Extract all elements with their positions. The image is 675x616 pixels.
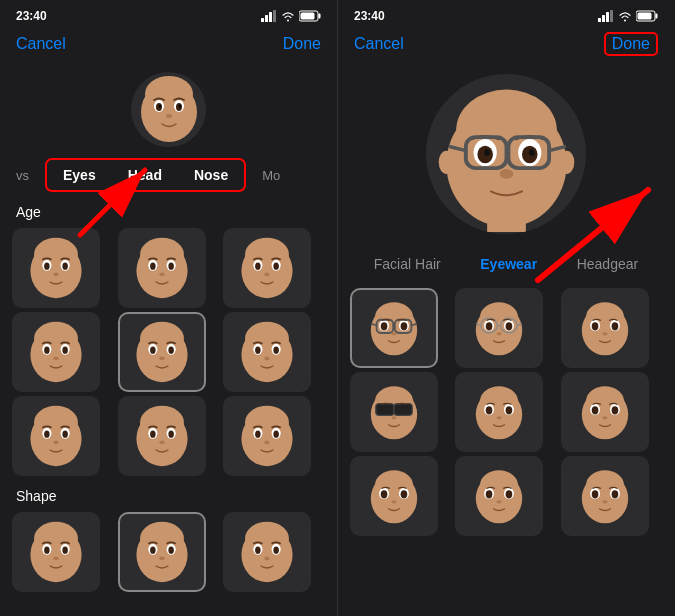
- svg-point-100: [274, 547, 279, 554]
- svg-point-145: [506, 322, 513, 330]
- cancel-button-1[interactable]: Cancel: [16, 35, 66, 53]
- svg-point-196: [497, 500, 502, 503]
- svg-point-79: [274, 431, 279, 438]
- svg-point-144: [486, 322, 493, 330]
- svg-rect-2: [269, 12, 272, 22]
- svg-point-54: [245, 322, 289, 355]
- svg-point-33: [245, 238, 289, 271]
- face-cell-3-1[interactable]: [12, 396, 100, 476]
- avatar-preview-2: [338, 64, 674, 244]
- svg-point-132: [381, 322, 388, 330]
- svg-point-52: [159, 357, 164, 361]
- svg-point-125: [558, 150, 574, 173]
- done-button-highlight: Done: [604, 32, 658, 56]
- eyewear-cell-3-1[interactable]: [350, 456, 438, 536]
- svg-point-11: [156, 103, 162, 111]
- avatar-image-1: [131, 72, 206, 147]
- svg-point-156: [591, 322, 598, 330]
- face-cell-3-2[interactable]: [118, 396, 206, 476]
- svg-rect-0: [261, 18, 264, 22]
- eyewear-cell-3-2[interactable]: [455, 456, 543, 536]
- svg-point-75: [245, 406, 289, 439]
- done-button-2[interactable]: Done: [612, 35, 650, 52]
- eyewear-cell-1-3[interactable]: [561, 288, 649, 368]
- svg-point-203: [602, 500, 607, 503]
- svg-point-101: [265, 557, 270, 561]
- eyewear-cell-2-3[interactable]: [561, 372, 649, 452]
- wifi-icon: [281, 11, 295, 22]
- tab-vs[interactable]: vs: [8, 164, 37, 187]
- svg-rect-1: [265, 15, 268, 22]
- done-button-1[interactable]: Done: [283, 35, 321, 53]
- tab-mo[interactable]: Mo: [254, 164, 288, 187]
- svg-point-99: [255, 547, 260, 554]
- svg-point-36: [255, 263, 260, 270]
- svg-point-51: [168, 347, 173, 354]
- svg-point-66: [53, 441, 58, 445]
- eyewear-cell-2-2[interactable]: [455, 372, 543, 452]
- eyewear-cell-1-2[interactable]: [455, 288, 543, 368]
- svg-point-96: [245, 522, 289, 555]
- face-cell-2-3[interactable]: [223, 312, 311, 392]
- svg-point-37: [274, 263, 279, 270]
- tab-eyewear[interactable]: Eyewear: [480, 256, 537, 272]
- svg-rect-102: [598, 18, 601, 22]
- svg-point-47: [140, 322, 184, 355]
- face-cell-2-2[interactable]: [118, 312, 206, 392]
- svg-rect-104: [606, 12, 609, 22]
- tab-eyes[interactable]: Eyes: [55, 163, 104, 187]
- face-cell-1-2[interactable]: [118, 228, 206, 308]
- eyewear-cell-2-1[interactable]: [350, 372, 438, 452]
- phone2: 23:40 Cancel Done: [337, 0, 674, 616]
- svg-point-180: [591, 406, 598, 414]
- svg-rect-5: [319, 14, 321, 19]
- tab-headgear[interactable]: Headgear: [577, 256, 639, 272]
- svg-point-72: [168, 431, 173, 438]
- nav-bar-1: Cancel Done: [0, 28, 337, 64]
- face-cell-1-1[interactable]: [12, 228, 100, 308]
- eyewear-cell-3-3[interactable]: [561, 456, 649, 536]
- svg-point-38: [265, 273, 270, 277]
- svg-point-68: [140, 406, 184, 439]
- svg-point-85: [44, 547, 49, 554]
- svg-point-19: [34, 238, 78, 271]
- face-cell-1-3[interactable]: [223, 228, 311, 308]
- svg-point-188: [401, 490, 408, 498]
- signal-icon: [261, 10, 277, 22]
- face-cell-2-1[interactable]: [12, 312, 100, 392]
- svg-point-40: [34, 322, 78, 355]
- svg-point-45: [53, 357, 58, 361]
- svg-point-43: [44, 347, 49, 354]
- tab-head[interactable]: Head: [120, 163, 170, 187]
- tab-highlight-box: Eyes Head Nose: [45, 158, 246, 192]
- svg-point-174: [506, 406, 513, 414]
- svg-point-116: [484, 149, 490, 156]
- age-label: Age: [0, 196, 337, 224]
- svg-rect-166: [394, 404, 412, 416]
- signal-icon-2: [598, 10, 614, 22]
- tab-nose[interactable]: Nose: [186, 163, 236, 187]
- svg-point-23: [62, 263, 67, 270]
- tab-facial-hair[interactable]: Facial Hair: [374, 256, 441, 272]
- age-grid: [0, 224, 337, 480]
- svg-point-182: [602, 416, 607, 419]
- svg-point-86: [62, 547, 67, 554]
- status-bar-2: 23:40: [338, 0, 674, 28]
- svg-point-26: [140, 238, 184, 271]
- svg-point-24: [53, 273, 58, 277]
- face-cell-3-3[interactable]: [223, 396, 311, 476]
- svg-point-187: [381, 490, 388, 498]
- eyewear-cell-1-1[interactable]: [350, 288, 438, 368]
- svg-point-189: [392, 500, 397, 503]
- svg-point-194: [486, 490, 493, 498]
- shape-label: Shape: [0, 480, 337, 508]
- cancel-button-2[interactable]: Cancel: [354, 35, 404, 53]
- shape-cell-2[interactable]: [118, 512, 206, 592]
- svg-point-64: [44, 431, 49, 438]
- svg-point-139: [392, 332, 397, 335]
- eyewear-tabs: Facial Hair Eyewear Headgear: [338, 244, 674, 284]
- svg-point-50: [150, 347, 155, 354]
- shape-cell-1[interactable]: [12, 512, 100, 592]
- svg-point-94: [159, 557, 164, 561]
- shape-cell-3[interactable]: [223, 512, 311, 592]
